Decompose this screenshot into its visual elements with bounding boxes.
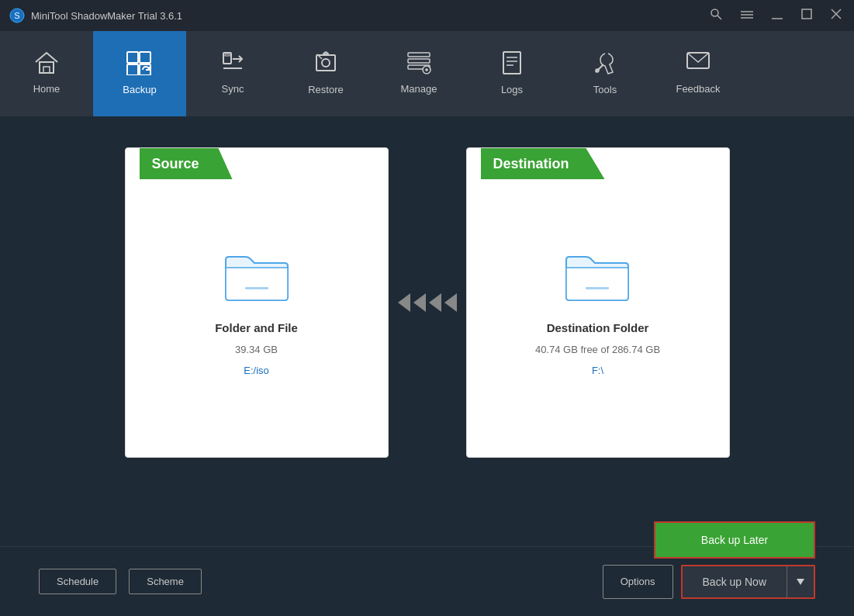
svg-rect-15 (127, 64, 138, 75)
backup-now-button[interactable]: Back up Now (681, 565, 787, 599)
dest-card-free-space: 40.74 GB free of 286.74 GB (535, 344, 660, 355)
destination-card-header: Destination (467, 148, 605, 179)
backup-later-dropdown: Back up Later (654, 521, 815, 559)
svg-line-35 (596, 64, 603, 72)
nav-item-sync[interactable]: Sync (186, 31, 279, 116)
destination-card-body: Destination Folder 40.74 GB free of 286.… (535, 244, 660, 376)
source-card-title: Folder and File (215, 321, 298, 334)
close-button[interactable] (828, 7, 845, 24)
svg-rect-26 (408, 59, 430, 63)
titlebar: S MiniTool ShadowMaker Trial 3.6.1 (0, 0, 854, 31)
svg-point-22 (322, 59, 330, 67)
restore-icon (313, 50, 338, 79)
nav-item-manage[interactable]: Manage (372, 31, 465, 116)
nav-item-restore[interactable]: Restore (279, 31, 372, 116)
bottom-right-buttons: Options Back up Now Back up Later (603, 565, 815, 599)
svg-marker-40 (797, 579, 804, 585)
menu-button[interactable] (738, 7, 756, 24)
nav-label-home: Home (33, 83, 61, 95)
svg-rect-25 (408, 53, 430, 57)
dest-header-label: Destination (493, 156, 569, 172)
navbar: Home Backup Sync (0, 31, 854, 116)
svg-rect-21 (316, 55, 335, 71)
bottom-left-buttons: Schedule Scheme (39, 569, 202, 594)
options-button[interactable]: Options (603, 565, 673, 599)
svg-rect-18 (225, 54, 230, 56)
svg-rect-11 (40, 62, 54, 73)
app-logo-icon: S (9, 8, 25, 23)
dest-folder-icon (562, 244, 632, 306)
svg-point-2 (711, 9, 718, 16)
schedule-button[interactable]: Schedule (39, 569, 116, 594)
svg-rect-12 (43, 67, 50, 73)
cards-row: Source Folder and File 39.34 GB E:/iso (47, 147, 807, 458)
source-folder-icon (222, 244, 292, 306)
nav-item-feedback[interactable]: Feedback (652, 31, 745, 116)
titlebar-controls (707, 6, 845, 25)
svg-text:S: S (14, 11, 19, 20)
dest-header-bg: Destination (481, 148, 605, 179)
nav-label-restore: Restore (308, 84, 344, 95)
source-header-label: Source (152, 156, 199, 172)
nav-item-backup[interactable]: Backup (93, 31, 186, 116)
source-card-body: Folder and File 39.34 GB E:/iso (215, 244, 298, 376)
bottom-toolbar: Schedule Scheme Options Back up Now Back… (0, 546, 854, 616)
svg-rect-38 (245, 287, 268, 289)
nav-item-logs[interactable]: Logs (465, 31, 558, 116)
nav-label-backup: Backup (123, 84, 156, 95)
svg-rect-31 (503, 52, 520, 74)
search-button[interactable] (707, 6, 725, 25)
backup-icon (126, 50, 154, 79)
source-card-path: E:/iso (244, 365, 269, 376)
svg-line-3 (717, 16, 721, 19)
svg-rect-39 (586, 287, 609, 289)
main-content: Source Folder and File 39.34 GB E:/iso (0, 116, 854, 473)
dest-card-path: F:\ (592, 365, 603, 376)
minimize-button[interactable] (769, 7, 786, 24)
maximize-button[interactable] (798, 7, 815, 24)
svg-rect-13 (127, 52, 138, 63)
destination-card[interactable]: Destination Destination Folder 40.74 GB … (466, 147, 730, 458)
backup-later-button[interactable]: Back up Later (655, 523, 814, 557)
nav-item-home[interactable]: Home (0, 31, 93, 116)
arrow-section (389, 287, 466, 318)
sync-icon (220, 51, 245, 78)
svg-rect-8 (802, 9, 811, 19)
home-icon (34, 51, 59, 78)
nav-label-feedback: Feedback (676, 83, 720, 95)
svg-rect-14 (140, 52, 150, 63)
feedback-icon (686, 51, 711, 78)
nav-item-tools[interactable]: Tools (558, 31, 652, 116)
backup-button-group: Back up Now Back up Later (681, 565, 815, 599)
app-title: MiniTool ShadowMaker Trial 3.6.1 (31, 10, 182, 22)
titlebar-left: S MiniTool ShadowMaker Trial 3.6.1 (9, 8, 182, 23)
dest-card-title: Destination Folder (547, 321, 649, 334)
nav-label-tools: Tools (593, 84, 617, 95)
source-card-size: 39.34 GB (235, 344, 278, 355)
source-header-bg: Source (140, 148, 233, 179)
tools-icon (593, 50, 617, 79)
backup-dropdown-button[interactable] (787, 565, 815, 599)
logs-icon (501, 50, 523, 79)
manage-icon (406, 51, 431, 78)
nav-label-sync: Sync (222, 83, 244, 95)
source-card-header: Source (126, 148, 233, 179)
source-card[interactable]: Source Folder and File 39.34 GB E:/iso (125, 147, 389, 458)
nav-label-logs: Logs (501, 84, 523, 95)
nav-label-manage: Manage (401, 83, 437, 95)
scheme-button[interactable]: Scheme (129, 569, 202, 594)
